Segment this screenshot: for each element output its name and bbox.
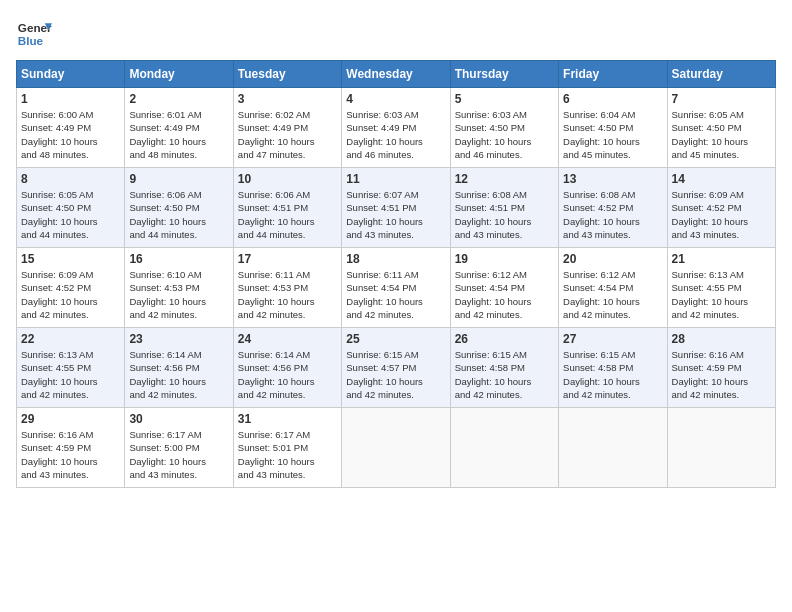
day-info: Sunrise: 6:05 AM Sunset: 4:50 PM Dayligh… bbox=[672, 108, 771, 161]
day-info: Sunrise: 6:16 AM Sunset: 4:59 PM Dayligh… bbox=[21, 428, 120, 481]
day-number: 2 bbox=[129, 92, 228, 106]
calendar-cell: 1Sunrise: 6:00 AM Sunset: 4:49 PM Daylig… bbox=[17, 88, 125, 168]
day-info: Sunrise: 6:03 AM Sunset: 4:49 PM Dayligh… bbox=[346, 108, 445, 161]
day-info: Sunrise: 6:04 AM Sunset: 4:50 PM Dayligh… bbox=[563, 108, 662, 161]
day-info: Sunrise: 6:02 AM Sunset: 4:49 PM Dayligh… bbox=[238, 108, 337, 161]
day-info: Sunrise: 6:09 AM Sunset: 4:52 PM Dayligh… bbox=[21, 268, 120, 321]
day-number: 10 bbox=[238, 172, 337, 186]
day-info: Sunrise: 6:00 AM Sunset: 4:49 PM Dayligh… bbox=[21, 108, 120, 161]
calendar-cell bbox=[342, 408, 450, 488]
day-number: 18 bbox=[346, 252, 445, 266]
day-number: 17 bbox=[238, 252, 337, 266]
calendar-cell: 13Sunrise: 6:08 AM Sunset: 4:52 PM Dayli… bbox=[559, 168, 667, 248]
calendar-week-2: 8Sunrise: 6:05 AM Sunset: 4:50 PM Daylig… bbox=[17, 168, 776, 248]
day-number: 6 bbox=[563, 92, 662, 106]
day-number: 22 bbox=[21, 332, 120, 346]
day-number: 8 bbox=[21, 172, 120, 186]
day-number: 27 bbox=[563, 332, 662, 346]
svg-text:General: General bbox=[18, 21, 52, 34]
day-number: 16 bbox=[129, 252, 228, 266]
day-number: 15 bbox=[21, 252, 120, 266]
calendar-cell: 8Sunrise: 6:05 AM Sunset: 4:50 PM Daylig… bbox=[17, 168, 125, 248]
calendar-cell: 7Sunrise: 6:05 AM Sunset: 4:50 PM Daylig… bbox=[667, 88, 775, 168]
day-info: Sunrise: 6:14 AM Sunset: 4:56 PM Dayligh… bbox=[238, 348, 337, 401]
day-number: 7 bbox=[672, 92, 771, 106]
day-number: 1 bbox=[21, 92, 120, 106]
calendar-cell: 29Sunrise: 6:16 AM Sunset: 4:59 PM Dayli… bbox=[17, 408, 125, 488]
day-number: 20 bbox=[563, 252, 662, 266]
day-info: Sunrise: 6:05 AM Sunset: 4:50 PM Dayligh… bbox=[21, 188, 120, 241]
day-number: 9 bbox=[129, 172, 228, 186]
calendar-cell: 6Sunrise: 6:04 AM Sunset: 4:50 PM Daylig… bbox=[559, 88, 667, 168]
day-number: 5 bbox=[455, 92, 554, 106]
day-info: Sunrise: 6:09 AM Sunset: 4:52 PM Dayligh… bbox=[672, 188, 771, 241]
calendar-week-5: 29Sunrise: 6:16 AM Sunset: 4:59 PM Dayli… bbox=[17, 408, 776, 488]
day-number: 14 bbox=[672, 172, 771, 186]
day-info: Sunrise: 6:06 AM Sunset: 4:51 PM Dayligh… bbox=[238, 188, 337, 241]
calendar-cell: 31Sunrise: 6:17 AM Sunset: 5:01 PM Dayli… bbox=[233, 408, 341, 488]
calendar-cell: 14Sunrise: 6:09 AM Sunset: 4:52 PM Dayli… bbox=[667, 168, 775, 248]
day-info: Sunrise: 6:15 AM Sunset: 4:58 PM Dayligh… bbox=[455, 348, 554, 401]
day-info: Sunrise: 6:12 AM Sunset: 4:54 PM Dayligh… bbox=[563, 268, 662, 321]
calendar-cell: 18Sunrise: 6:11 AM Sunset: 4:54 PM Dayli… bbox=[342, 248, 450, 328]
calendar-cell: 21Sunrise: 6:13 AM Sunset: 4:55 PM Dayli… bbox=[667, 248, 775, 328]
day-info: Sunrise: 6:12 AM Sunset: 4:54 PM Dayligh… bbox=[455, 268, 554, 321]
day-number: 19 bbox=[455, 252, 554, 266]
calendar-cell: 20Sunrise: 6:12 AM Sunset: 4:54 PM Dayli… bbox=[559, 248, 667, 328]
day-info: Sunrise: 6:17 AM Sunset: 5:00 PM Dayligh… bbox=[129, 428, 228, 481]
calendar-cell: 9Sunrise: 6:06 AM Sunset: 4:50 PM Daylig… bbox=[125, 168, 233, 248]
calendar-cell: 12Sunrise: 6:08 AM Sunset: 4:51 PM Dayli… bbox=[450, 168, 558, 248]
calendar-table: SundayMondayTuesdayWednesdayThursdayFrid… bbox=[16, 60, 776, 488]
day-info: Sunrise: 6:08 AM Sunset: 4:51 PM Dayligh… bbox=[455, 188, 554, 241]
day-info: Sunrise: 6:16 AM Sunset: 4:59 PM Dayligh… bbox=[672, 348, 771, 401]
logo-icon: General Blue bbox=[16, 16, 52, 52]
day-number: 3 bbox=[238, 92, 337, 106]
day-info: Sunrise: 6:08 AM Sunset: 4:52 PM Dayligh… bbox=[563, 188, 662, 241]
days-header-row: SundayMondayTuesdayWednesdayThursdayFrid… bbox=[17, 61, 776, 88]
day-info: Sunrise: 6:10 AM Sunset: 4:53 PM Dayligh… bbox=[129, 268, 228, 321]
calendar-cell: 26Sunrise: 6:15 AM Sunset: 4:58 PM Dayli… bbox=[450, 328, 558, 408]
day-number: 13 bbox=[563, 172, 662, 186]
day-info: Sunrise: 6:15 AM Sunset: 4:57 PM Dayligh… bbox=[346, 348, 445, 401]
calendar-cell: 28Sunrise: 6:16 AM Sunset: 4:59 PM Dayli… bbox=[667, 328, 775, 408]
header-day-monday: Monday bbox=[125, 61, 233, 88]
calendar-cell: 22Sunrise: 6:13 AM Sunset: 4:55 PM Dayli… bbox=[17, 328, 125, 408]
header-day-friday: Friday bbox=[559, 61, 667, 88]
day-number: 4 bbox=[346, 92, 445, 106]
calendar-cell: 17Sunrise: 6:11 AM Sunset: 4:53 PM Dayli… bbox=[233, 248, 341, 328]
calendar-cell: 16Sunrise: 6:10 AM Sunset: 4:53 PM Dayli… bbox=[125, 248, 233, 328]
svg-text:Blue: Blue bbox=[18, 34, 44, 47]
header-day-saturday: Saturday bbox=[667, 61, 775, 88]
day-number: 30 bbox=[129, 412, 228, 426]
calendar-cell: 30Sunrise: 6:17 AM Sunset: 5:00 PM Dayli… bbox=[125, 408, 233, 488]
day-number: 25 bbox=[346, 332, 445, 346]
calendar-cell: 27Sunrise: 6:15 AM Sunset: 4:58 PM Dayli… bbox=[559, 328, 667, 408]
calendar-cell: 15Sunrise: 6:09 AM Sunset: 4:52 PM Dayli… bbox=[17, 248, 125, 328]
calendar-week-4: 22Sunrise: 6:13 AM Sunset: 4:55 PM Dayli… bbox=[17, 328, 776, 408]
header: General Blue bbox=[16, 16, 776, 52]
header-day-wednesday: Wednesday bbox=[342, 61, 450, 88]
day-info: Sunrise: 6:15 AM Sunset: 4:58 PM Dayligh… bbox=[563, 348, 662, 401]
calendar-cell: 25Sunrise: 6:15 AM Sunset: 4:57 PM Dayli… bbox=[342, 328, 450, 408]
day-info: Sunrise: 6:11 AM Sunset: 4:54 PM Dayligh… bbox=[346, 268, 445, 321]
logo: General Blue bbox=[16, 16, 56, 52]
day-info: Sunrise: 6:03 AM Sunset: 4:50 PM Dayligh… bbox=[455, 108, 554, 161]
day-info: Sunrise: 6:13 AM Sunset: 4:55 PM Dayligh… bbox=[21, 348, 120, 401]
calendar-cell bbox=[559, 408, 667, 488]
day-number: 21 bbox=[672, 252, 771, 266]
calendar-cell: 4Sunrise: 6:03 AM Sunset: 4:49 PM Daylig… bbox=[342, 88, 450, 168]
calendar-cell: 2Sunrise: 6:01 AM Sunset: 4:49 PM Daylig… bbox=[125, 88, 233, 168]
day-number: 29 bbox=[21, 412, 120, 426]
day-info: Sunrise: 6:17 AM Sunset: 5:01 PM Dayligh… bbox=[238, 428, 337, 481]
calendar-cell: 10Sunrise: 6:06 AM Sunset: 4:51 PM Dayli… bbox=[233, 168, 341, 248]
day-info: Sunrise: 6:07 AM Sunset: 4:51 PM Dayligh… bbox=[346, 188, 445, 241]
day-number: 11 bbox=[346, 172, 445, 186]
day-info: Sunrise: 6:06 AM Sunset: 4:50 PM Dayligh… bbox=[129, 188, 228, 241]
day-info: Sunrise: 6:11 AM Sunset: 4:53 PM Dayligh… bbox=[238, 268, 337, 321]
calendar-cell bbox=[667, 408, 775, 488]
calendar-week-1: 1Sunrise: 6:00 AM Sunset: 4:49 PM Daylig… bbox=[17, 88, 776, 168]
calendar-cell: 11Sunrise: 6:07 AM Sunset: 4:51 PM Dayli… bbox=[342, 168, 450, 248]
calendar-week-3: 15Sunrise: 6:09 AM Sunset: 4:52 PM Dayli… bbox=[17, 248, 776, 328]
calendar-cell: 19Sunrise: 6:12 AM Sunset: 4:54 PM Dayli… bbox=[450, 248, 558, 328]
calendar-cell: 5Sunrise: 6:03 AM Sunset: 4:50 PM Daylig… bbox=[450, 88, 558, 168]
